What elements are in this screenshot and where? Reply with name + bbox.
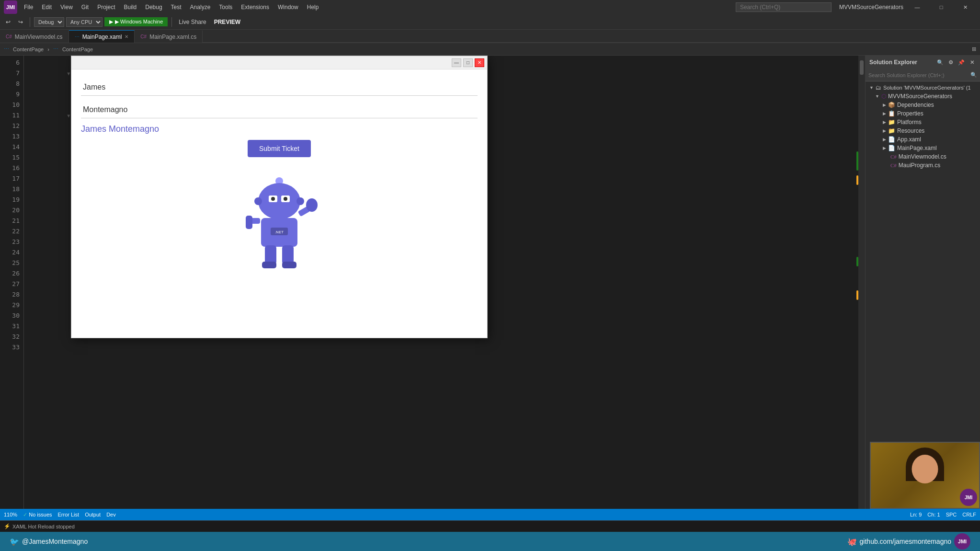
tree-project[interactable]: ▼ ⬡ MVVMSourceGenerators [866, 92, 980, 101]
tab-label: MainPage.xaml.cs [149, 34, 196, 40]
dep-icon: 📦 [888, 102, 895, 108]
dev-tab[interactable]: Dev [106, 512, 116, 517]
tree-app-xaml[interactable]: ▶ 📄 App.xaml [866, 135, 980, 144]
space-indicator: SPC [946, 512, 957, 517]
panel-header: Solution Explorer 🔍 ⚙ 📌 ✕ [866, 56, 980, 69]
live-share-button[interactable]: Live Share [176, 18, 209, 26]
toolbar-undo[interactable]: ↩ [3, 18, 13, 26]
preview-maximize[interactable]: □ [463, 58, 473, 67]
tree-dependencies[interactable]: ▶ 📦 Dependencies [866, 101, 980, 109]
panel-settings-icon[interactable]: ⚙ [946, 58, 955, 67]
tab-mainpage-xaml[interactable]: ⋯ MainPage.xaml ✕ [69, 30, 135, 43]
twitter-handle: 🐦 @JamesMontemagno [10, 537, 88, 546]
line-22: 22 [4, 226, 20, 237]
code-editor[interactable]: 6 7 8 9 10 11 12 13 14 15 16 17 18 19 20… [0, 56, 865, 509]
solution-label: Solution 'MVVMSourceGenerators' (1 [883, 85, 971, 91]
tree-solution[interactable]: ▼ 🗂 Solution 'MVVMSourceGenerators' (1 [866, 83, 980, 92]
tree-mauiprogram[interactable]: C# MauiProgram.cs [866, 161, 980, 170]
line-17: 17 [4, 173, 20, 184]
tree-resources[interactable]: ▶ 📁 Resources [866, 126, 980, 135]
svg-text:.NET: .NET [275, 230, 284, 234]
line-19: 19 [4, 195, 20, 205]
menu-help[interactable]: Help [303, 2, 323, 12]
change-indicator-orange2 [856, 290, 858, 300]
svg-point-6 [284, 197, 287, 201]
output-tab[interactable]: Output [85, 512, 101, 517]
toolbar-redo[interactable]: ↪ [15, 18, 26, 26]
project-label: MVVMSourceGenerators [888, 93, 952, 100]
line-29: 29 [4, 300, 20, 310]
run-button[interactable]: ▶ ▶ Windows Machine [104, 17, 168, 26]
close-button[interactable]: ✕ [954, 0, 976, 14]
cpu-config-select[interactable]: Any CPU [66, 17, 103, 27]
app-icon: 📄 [888, 136, 895, 143]
panel-pin-icon[interactable]: 📌 [957, 58, 966, 67]
main-layout: 6 7 8 9 10 11 12 13 14 15 16 17 18 19 20… [0, 56, 980, 509]
minimize-button[interactable]: — [906, 0, 928, 14]
tab-label: MainPage.xaml [82, 34, 122, 40]
zoom-level[interactable]: 110% [4, 512, 17, 517]
menu-build[interactable]: Build [120, 2, 141, 12]
scroll-indicator[interactable] [858, 56, 865, 509]
tree-mainpage-xaml[interactable]: ▶ 📄 MainPage.xaml [866, 144, 980, 152]
firstname-input[interactable] [81, 79, 478, 96]
line-ending[interactable]: CRLF [962, 512, 976, 517]
fold-icon-6[interactable]: ▼ [67, 71, 70, 76]
svg-point-8 [296, 197, 304, 205]
char-position: Ch: 1 [927, 512, 940, 517]
line-numbers: 6 7 8 9 10 11 12 13 14 15 16 17 18 19 20… [0, 56, 24, 509]
project-title: MVVMSourceGenerators [839, 4, 903, 11]
hot-reload-icon: ⚡ [4, 523, 11, 529]
panel-close-icon[interactable]: ✕ [968, 58, 976, 67]
fold-icon-10[interactable]: ▼ [67, 113, 70, 118]
split-icon[interactable]: ⊞ [972, 46, 976, 52]
global-search[interactable] [736, 2, 832, 12]
menu-view[interactable]: View [57, 2, 77, 12]
project-expand-arrow: ▼ [875, 94, 879, 99]
menu-extensions[interactable]: Extensions [237, 2, 273, 12]
solution-search-input[interactable] [868, 72, 970, 78]
issues-text[interactable]: No issues [29, 512, 52, 517]
preview-close[interactable]: ✕ [475, 58, 484, 67]
tree-mainviewmodel[interactable]: C# MainViewmodel.cs [866, 152, 980, 161]
tree-platforms[interactable]: ▶ 📁 Platforms [866, 118, 980, 126]
solution-explorer-panel: Solution Explorer 🔍 ⚙ 📌 ✕ 🔍 ▼ 🗂 Solution… [865, 56, 980, 509]
resources-label: Resources [897, 127, 924, 134]
preview-minimize[interactable]: — [452, 58, 461, 67]
plat-arrow: ▶ [883, 120, 886, 125]
menu-git[interactable]: Git [78, 2, 92, 12]
panel-search-icon[interactable]: 🔍 [936, 58, 945, 67]
lastname-input[interactable] [81, 102, 478, 118]
menu-debug[interactable]: Debug [141, 2, 166, 12]
svg-rect-19 [282, 262, 296, 268]
status-right: Ln: 9 Ch: 1 SPC CRLF [910, 512, 976, 517]
debug-config-select[interactable]: Debug [34, 17, 64, 27]
app-logo: JMI [4, 0, 17, 14]
menu-test[interactable]: Test [167, 2, 185, 12]
error-list-tab[interactable]: Error List [58, 512, 80, 517]
line-24: 24 [4, 247, 20, 258]
mainpage-icon: 📄 [888, 145, 895, 151]
menu-project[interactable]: Project [93, 2, 119, 12]
menu-window[interactable]: Window [274, 2, 302, 12]
breadcrumb-right[interactable]: ContentPage [62, 46, 93, 52]
maximize-button[interactable]: □ [930, 0, 952, 14]
menu-file[interactable]: File [20, 2, 37, 12]
person-face [912, 455, 938, 483]
props-label: Properties [897, 110, 923, 117]
submit-ticket-button[interactable]: Submit Ticket [248, 140, 311, 157]
tree-properties[interactable]: ▶ 📋 Properties [866, 109, 980, 118]
breadcrumb-icon: ⋯ [4, 46, 9, 52]
toolbar-separator-2 [171, 17, 172, 27]
maui-icon: C# [890, 162, 897, 168]
menu-edit[interactable]: Edit [38, 2, 56, 12]
tab-mainviewmodel[interactable]: C# MainViewmodel.cs [0, 30, 69, 43]
vm-icon: C# [890, 154, 897, 160]
preview-button[interactable]: PREVIEW [211, 18, 243, 26]
breadcrumb-left[interactable]: ContentPage [13, 46, 44, 52]
line-14: 14 [4, 142, 20, 152]
menu-analyze[interactable]: Analyze [186, 2, 215, 12]
tab-mainpage-cs[interactable]: C# MainPage.xaml.cs [135, 30, 203, 43]
menu-tools[interactable]: Tools [215, 2, 236, 12]
tab-close-icon[interactable]: ✕ [125, 34, 128, 39]
